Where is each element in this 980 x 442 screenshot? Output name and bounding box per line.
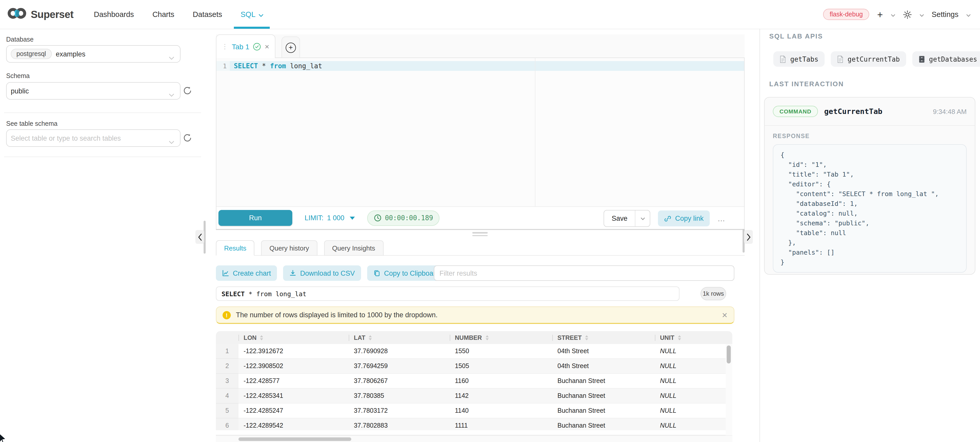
sort-icon[interactable]	[585, 335, 589, 340]
getdatabases-button[interactable]: getDatabases	[912, 51, 980, 67]
collapse-left-panel-button[interactable]	[196, 230, 204, 244]
copy-icon	[373, 270, 380, 277]
copy-clipboard-label: Copy to Clipboard	[384, 269, 439, 277]
column-header-number[interactable]: NUMBER	[450, 331, 552, 344]
table-cell: NULL	[655, 373, 725, 388]
chevron-down-icon[interactable]	[891, 10, 895, 19]
collapse-right-panel-button[interactable]	[744, 230, 753, 244]
line-number: 1	[223, 62, 227, 70]
superset-logo-icon	[7, 7, 27, 22]
row-count-badge: 1k rows	[700, 287, 726, 300]
environment-badge: flask-debug	[823, 9, 870, 20]
main-nav: Dashboards Charts Datasets SQL	[94, 0, 264, 29]
resize-grip-icon[interactable]	[472, 232, 488, 238]
table-cell: Buchanan Street	[552, 373, 655, 388]
column-label: LON	[243, 334, 257, 341]
database-select[interactable]: postgresql examples	[6, 45, 180, 63]
tab-query-history[interactable]: Query history	[261, 240, 317, 256]
refresh-tables-icon[interactable]	[183, 133, 193, 143]
warning-text: The number of rows displayed is limited …	[236, 311, 438, 319]
more-actions-button[interactable]: …	[718, 214, 725, 223]
executed-query-preview: SELECT * from long_lat	[216, 286, 679, 301]
save-button[interactable]: Save	[604, 211, 635, 227]
table-horizontal-scrollbar[interactable]	[216, 435, 732, 442]
limit-dropdown[interactable]: LIMIT: 1 000	[305, 214, 355, 222]
table-cell: 37.7690928	[349, 344, 450, 359]
timer-value: 00:00:00.189	[385, 214, 433, 222]
table-vertical-scrollbar[interactable]	[725, 344, 732, 435]
drag-handle-icon[interactable]: ⋮	[221, 43, 228, 50]
sidebar-divider	[4, 112, 201, 113]
table-row: 2-122.390850237.7694259150504th StreetNU…	[216, 359, 725, 373]
table-cell: NULL	[655, 344, 725, 359]
download-csv-label: Download to CSV	[300, 269, 355, 277]
response-label: RESPONSE	[773, 133, 967, 139]
brand-title: Superset	[31, 8, 73, 20]
new-tab-button[interactable]: +	[282, 37, 300, 58]
save-options-caret[interactable]	[635, 211, 650, 227]
table-row: 3-122.42857737.78062671160Buchanan Stree…	[216, 373, 725, 388]
document-icon	[780, 55, 786, 63]
getcurrenttab-button[interactable]: getCurrentTab	[831, 51, 906, 67]
tab-results[interactable]: Results	[216, 240, 255, 256]
print-margin-line	[535, 58, 535, 207]
editor-tabstrip: ⋮ Tab 1 × +	[216, 34, 745, 57]
code-editor-area[interactable]: 1 SELECT * from long_lat	[216, 58, 744, 207]
sort-icon[interactable]	[369, 335, 372, 340]
column-label: UNIT	[660, 334, 675, 341]
table-cell: -122.428577	[239, 373, 349, 388]
navbar: Superset Dashboards Charts Datasets SQL …	[0, 0, 980, 29]
cabinet-icon	[918, 55, 925, 63]
theme-sun-icon[interactable]	[903, 10, 912, 19]
sql-code-line: SELECT * from long_lat	[234, 62, 322, 70]
editor-tab-title: Tab 1	[232, 42, 250, 51]
table-cell: NULL	[655, 403, 725, 418]
refresh-schemas-icon[interactable]	[183, 86, 193, 96]
close-warning-icon[interactable]: ✕	[722, 311, 728, 319]
last-interaction-title: LAST INTERACTION	[769, 80, 844, 88]
row-number: 3	[216, 373, 239, 388]
table-row: 1-122.391267237.7690928155004th StreetNU…	[216, 344, 725, 359]
superset-brand[interactable]: Superset	[7, 0, 73, 29]
editor-tab[interactable]: ⋮ Tab 1 ×	[216, 34, 275, 58]
chevron-down-icon[interactable]	[919, 10, 924, 19]
close-tab-icon[interactable]: ×	[265, 43, 269, 50]
response-json: { "id": "1", "title": "Tab 1", "editor":…	[781, 150, 959, 267]
check-circle-icon	[253, 42, 261, 51]
database-value: examples	[56, 50, 85, 58]
settings-menu[interactable]: Settings	[932, 10, 958, 19]
column-header-unit[interactable]: UNIT	[655, 331, 725, 344]
table-cell: 37.7806267	[349, 373, 450, 388]
new-item-button[interactable]: +	[877, 10, 883, 19]
command-badge: COMMAND	[773, 106, 818, 117]
sort-icon[interactable]	[260, 335, 263, 340]
download-csv-button[interactable]: Download to CSV	[283, 265, 361, 281]
table-cell: 37.7803172	[349, 403, 450, 418]
sort-icon[interactable]	[485, 335, 488, 340]
gettabs-button[interactable]: getTabs	[773, 51, 825, 67]
copy-link-button[interactable]: Copy link	[658, 211, 710, 227]
column-header-lat[interactable]: LAT	[349, 331, 450, 344]
nav-charts[interactable]: Charts	[152, 10, 174, 19]
nav-datasets[interactable]: Datasets	[193, 10, 222, 19]
filter-results-input[interactable]	[434, 265, 734, 281]
right-panel-divider	[759, 29, 760, 442]
schema-select[interactable]: public	[6, 82, 180, 100]
active-nav-underline	[234, 27, 270, 29]
editor-toolbar: Run LIMIT: 1 000 00:00:00.189 Save	[216, 206, 744, 229]
column-header-lon[interactable]: LON	[239, 331, 349, 344]
sort-icon[interactable]	[678, 335, 681, 340]
create-chart-button[interactable]: Create chart	[216, 265, 277, 281]
run-button[interactable]: Run	[218, 210, 292, 226]
results-tabbar: Results Query history Query Insights	[216, 240, 383, 256]
table-cell: Buchanan Street	[552, 388, 655, 403]
nav-sql[interactable]: SQL	[240, 10, 264, 19]
tab-query-insights[interactable]: Query Insights	[324, 240, 383, 256]
column-header-street[interactable]: STREET	[552, 331, 655, 344]
nav-dashboards[interactable]: Dashboards	[94, 10, 134, 19]
vertical-scrollbar-thumb[interactable]	[727, 345, 731, 364]
panel-split-divider[interactable]	[216, 229, 745, 230]
chevron-down-icon[interactable]	[966, 10, 971, 19]
table-select[interactable]: Select table or type to search tables	[6, 129, 180, 147]
horizontal-scrollbar-thumb[interactable]	[239, 437, 351, 441]
